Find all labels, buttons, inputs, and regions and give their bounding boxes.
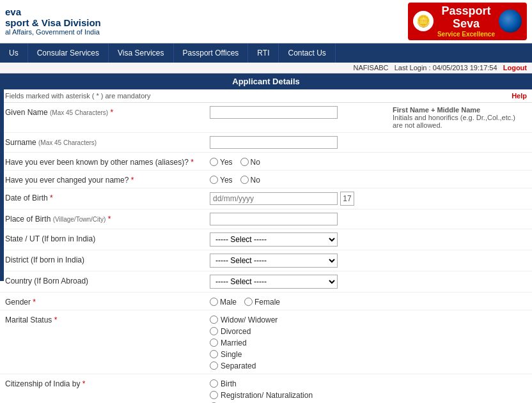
name-changed-no-label[interactable]: No bbox=[240, 176, 260, 185]
gender-label: Gender * bbox=[5, 296, 210, 307]
gender-female-label[interactable]: Female bbox=[244, 298, 280, 307]
marital-widow-label[interactable]: Widow/ Widower bbox=[210, 316, 527, 324]
passport-seva-logo: 🪙 PassportSeva Service Excellence bbox=[408, 3, 527, 40]
surname-label: Surname (Max 45 Characters) bbox=[5, 136, 210, 147]
surname-input-wrap bbox=[210, 136, 527, 149]
name-changed-label: Have you ever changed your name? * bbox=[5, 174, 210, 185]
marital-status-row: Marital Status * Widow/ Widower Divorced… bbox=[0, 310, 532, 374]
aliases-input-wrap: Yes No bbox=[210, 156, 527, 167]
given-name-input-wrap bbox=[210, 106, 386, 119]
citizenship-input-wrap: Birth Registration/ Naturalization Desce… bbox=[210, 377, 527, 403]
place-of-birth-input-wrap bbox=[210, 213, 527, 225]
last-login-label: Last Login : bbox=[395, 64, 431, 72]
country-input-wrap: ----- Select ----- bbox=[210, 275, 527, 289]
org-line3: al Affairs, Government of India bbox=[5, 28, 101, 36]
calendar-button[interactable]: 17 bbox=[340, 192, 354, 206]
district-label: District (If born in India) bbox=[5, 254, 210, 264]
nav-item-passport[interactable]: Passport Offices bbox=[174, 43, 249, 63]
marital-status-label: Marital Status * bbox=[5, 314, 210, 324]
logo-text: PassportSeva bbox=[441, 5, 490, 31]
surname-row: Surname (Max 45 Characters) bbox=[0, 133, 532, 153]
nav-item-contact[interactable]: Contact Us bbox=[279, 43, 335, 63]
citizenship-registration-label[interactable]: Registration/ Naturalization bbox=[210, 391, 527, 400]
place-of-birth-row: Place of Birth (Village/Town/City) * bbox=[0, 209, 532, 229]
aliases-yes-label[interactable]: Yes bbox=[210, 158, 233, 167]
citizenship-birth-radio[interactable] bbox=[210, 379, 218, 388]
nav-item-visa[interactable]: Visa Services bbox=[109, 43, 173, 63]
top-right-bar: NAFISABC Last Login : 04/05/2013 19:17:5… bbox=[0, 63, 532, 73]
name-changed-input-wrap: Yes No bbox=[210, 174, 527, 185]
country-row: Country (If Born Abroad) ----- Select --… bbox=[0, 271, 532, 293]
aliases-label: Have you ever been known by other names … bbox=[5, 156, 210, 167]
username: NAFISABC bbox=[354, 64, 389, 72]
citizenship-label: Citizenship of India by * bbox=[5, 377, 210, 388]
name-hint: First Name + Middle Name Initials and ho… bbox=[386, 106, 527, 129]
marital-single-label[interactable]: Single bbox=[210, 350, 527, 359]
emblem-icon: 🪙 bbox=[413, 11, 434, 31]
given-name-row: Given Name (Max 45 Characters) * First N… bbox=[0, 103, 532, 133]
marital-single-radio[interactable] bbox=[210, 350, 218, 358]
aliases-yes-radio[interactable] bbox=[210, 158, 218, 166]
district-row: District (If born in India) ----- Select… bbox=[0, 250, 532, 271]
name-changed-no-radio[interactable] bbox=[240, 176, 249, 184]
marital-status-input-wrap: Widow/ Widower Divorced Married Single bbox=[210, 314, 527, 370]
citizenship-row: Citizenship of India by * Birth Registra… bbox=[0, 374, 532, 403]
country-select[interactable]: ----- Select ----- bbox=[210, 275, 338, 289]
dob-input[interactable] bbox=[210, 192, 338, 205]
org-line1: eva bbox=[5, 6, 101, 17]
given-name-input[interactable] bbox=[210, 106, 338, 119]
district-select[interactable]: ----- Select ----- bbox=[210, 254, 338, 268]
state-label: State / UT (If born in India) bbox=[5, 232, 210, 243]
state-select[interactable]: ----- Select ----- bbox=[210, 232, 338, 247]
marital-married-label[interactable]: Married bbox=[210, 338, 527, 347]
citizenship-birth-label[interactable]: Birth bbox=[210, 379, 527, 388]
gender-male-radio[interactable] bbox=[210, 298, 218, 306]
nav-item-consular[interactable]: Consular Services bbox=[28, 43, 109, 63]
state-row: State / UT (If born in India) ----- Sele… bbox=[0, 229, 532, 250]
marital-married-radio[interactable] bbox=[210, 338, 218, 347]
mandatory-note: Fields marked with asterisk ( * ) are ma… bbox=[5, 92, 150, 100]
given-name-label: Given Name (Max 45 Characters) * bbox=[5, 106, 210, 117]
country-label: Country (If Born Abroad) bbox=[5, 275, 210, 285]
help-bar: Fields marked with asterisk ( * ) are ma… bbox=[0, 89, 532, 103]
dob-input-wrap: 17 bbox=[210, 192, 527, 206]
name-changed-yes-radio[interactable] bbox=[210, 176, 218, 184]
logout-button[interactable]: Logout bbox=[503, 64, 527, 72]
org-line2: sport & Visa Division bbox=[5, 17, 101, 28]
logo-sub: Service Excellence bbox=[437, 31, 495, 38]
navbar: Us Consular Services Visa Services Passp… bbox=[0, 43, 532, 63]
name-changed-row: Have you ever changed your name? * Yes N… bbox=[0, 171, 532, 188]
nav-item-rti[interactable]: RTI bbox=[248, 43, 279, 63]
citizenship-registration-radio[interactable] bbox=[210, 391, 218, 399]
scroll-bar bbox=[0, 77, 4, 281]
marital-divorced-label[interactable]: Divorced bbox=[210, 327, 527, 336]
gender-row: Gender * Male Female bbox=[0, 293, 532, 310]
surname-input[interactable] bbox=[210, 136, 338, 149]
gender-female-radio[interactable] bbox=[244, 298, 253, 306]
aliases-no-label[interactable]: No bbox=[240, 158, 260, 167]
gender-input-wrap: Male Female bbox=[210, 296, 527, 307]
aliases-row: Have you ever been known by other names … bbox=[0, 153, 532, 171]
aliases-no-radio[interactable] bbox=[240, 158, 249, 166]
form-area: Given Name (Max 45 Characters) * First N… bbox=[0, 103, 532, 403]
marital-divorced-radio[interactable] bbox=[210, 327, 218, 335]
dob-row: Date of Birth * 17 bbox=[0, 188, 532, 209]
name-changed-yes-label[interactable]: Yes bbox=[210, 176, 233, 185]
marital-separated-radio[interactable] bbox=[210, 361, 218, 370]
district-input-wrap: ----- Select ----- bbox=[210, 254, 527, 268]
last-login-value: 04/05/2013 19:17:54 bbox=[433, 64, 497, 72]
dob-label: Date of Birth * bbox=[5, 192, 210, 202]
state-input-wrap: ----- Select ----- bbox=[210, 232, 527, 247]
place-of-birth-input[interactable] bbox=[210, 213, 338, 225]
nav-item-us[interactable]: Us bbox=[0, 43, 28, 63]
marital-separated-label[interactable]: Separated bbox=[210, 361, 527, 370]
marital-widow-radio[interactable] bbox=[210, 316, 218, 324]
place-of-birth-label: Place of Birth (Village/Town/City) * bbox=[5, 213, 210, 224]
globe-icon bbox=[499, 10, 522, 33]
help-button[interactable]: Help bbox=[512, 92, 527, 100]
section-title: Applicant Details bbox=[0, 73, 532, 89]
gender-male-label[interactable]: Male bbox=[210, 298, 237, 307]
